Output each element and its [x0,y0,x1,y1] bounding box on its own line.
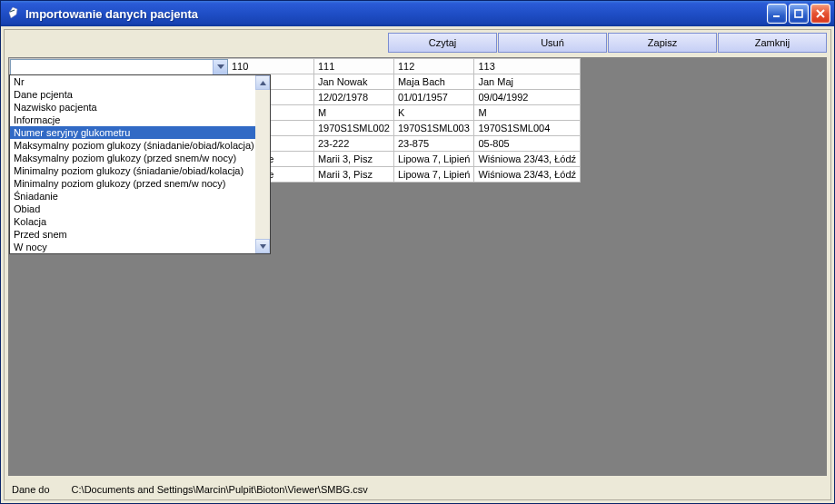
col-header[interactable]: 113 [474,59,581,74]
scroll-up-button[interactable] [255,75,270,90]
table-cell[interactable]: Wiśniowa 23/43, Łódź [474,152,581,167]
titlebar: Importowanie danych pacjenta [1,1,834,26]
status-bar: Dane do C:\Documents and Settings\Marcin… [5,479,830,499]
table-cell[interactable]: 1970S1SML003 [393,121,474,136]
dropdown-scrollbar[interactable] [255,75,270,253]
dropdown-item[interactable]: Dane pcjenta [10,88,255,101]
table-cell[interactable]: 12/02/1978 [314,90,394,105]
field-combobox[interactable] [10,59,228,75]
table-cell[interactable]: 1970S1SML004 [474,121,581,136]
dropdown-item[interactable]: Śniadanie [10,190,255,203]
save-button[interactable]: Zapisz [608,33,717,53]
field-input[interactable] [11,60,213,74]
dropdown-item[interactable]: Kolacja [10,215,255,228]
svg-rect-0 [773,15,780,17]
table-cell[interactable]: Jan Maj [474,74,581,90]
table-cell[interactable]: Wiśniowa 23/43, Łódź [474,167,581,183]
action-toolbar: Czytaj Usuń Zapisz Zamknij [5,30,830,57]
table-cell[interactable]: 09/04/1992 [474,90,581,105]
table-cell[interactable]: 1970S1SML002 [314,121,394,136]
window-title: Importowanie danych pacjenta [25,7,767,21]
delete-button[interactable]: Usuń [498,33,607,53]
data-table-wrap: 110 111 112 113 valskiJan NowakMaja Bach… [8,57,582,183]
minimize-button[interactable] [767,4,787,24]
col-header[interactable]: 111 [314,59,394,74]
dropdown-item[interactable]: Nr [10,75,255,88]
table-cell[interactable]: Maja Bach [393,74,474,90]
dropdown-item[interactable]: Obiad [10,203,255,215]
dropdown-item[interactable]: Maksymalny poziom glukozy (śniadanie/obi… [10,139,255,152]
close-button[interactable] [810,4,830,24]
dropdown-item[interactable]: Numer seryjny glukometru [10,126,255,139]
table-cell[interactable]: Marii 3, Pisz [314,152,394,167]
maximize-button[interactable] [789,4,809,24]
read-button[interactable]: Czytaj [388,33,497,53]
table-cell[interactable]: Marii 3, Pisz [314,167,394,183]
table-cell[interactable]: M [314,105,394,121]
status-label: Dane do [12,484,50,495]
dropdown-item[interactable]: W nocy [10,241,255,253]
dropdown-item[interactable]: Minimalny poziom glukozy (przed snem/w n… [10,177,255,190]
dropdown-item[interactable]: Przed snem [10,228,255,241]
col-header[interactable]: 110 [228,59,314,74]
svg-rect-1 [795,10,802,17]
table-cell[interactable]: Lipowa 7, Lipień [393,167,474,183]
app-window: Importowanie danych pacjenta Czytaj Usuń… [0,0,835,504]
app-icon [6,6,21,21]
close-action-button[interactable]: Zamknij [718,33,827,53]
table-cell[interactable]: K [393,105,474,121]
client-area: Czytaj Usuń Zapisz Zamknij [4,29,831,500]
dropdown-item[interactable]: Informacje [10,114,255,126]
table-cell[interactable]: Jan Nowak [314,74,394,90]
dropdown-item[interactable]: Nazwisko pacjenta [10,101,255,114]
field-dropdown[interactable]: NrDane pcjentaNazwisko pacjentaInformacj… [9,74,271,254]
scroll-down-button[interactable] [255,239,270,253]
col-header[interactable]: 112 [393,59,474,74]
table-cell[interactable]: 23-875 [393,136,474,152]
status-path: C:\Documents and Settings\Marcin\Pulpit\… [72,484,368,495]
header-field-selector [10,59,228,74]
table-cell[interactable]: 23-222 [314,136,394,152]
dropdown-button[interactable] [213,60,227,74]
table-cell[interactable]: 05-805 [474,136,581,152]
scroll-track[interactable] [255,90,270,239]
dropdown-item[interactable]: Minimalny poziom glukozy (śniadanie/obia… [10,164,255,177]
table-cell[interactable]: 01/01/1957 [393,90,474,105]
table-cell[interactable]: M [474,105,581,121]
dropdown-item[interactable]: Maksymalny poziom glukozy (przed snem/w … [10,152,255,164]
content-area: 110 111 112 113 valskiJan NowakMaja Bach… [8,57,827,476]
table-cell[interactable]: Lipowa 7, Lipień [393,152,474,167]
